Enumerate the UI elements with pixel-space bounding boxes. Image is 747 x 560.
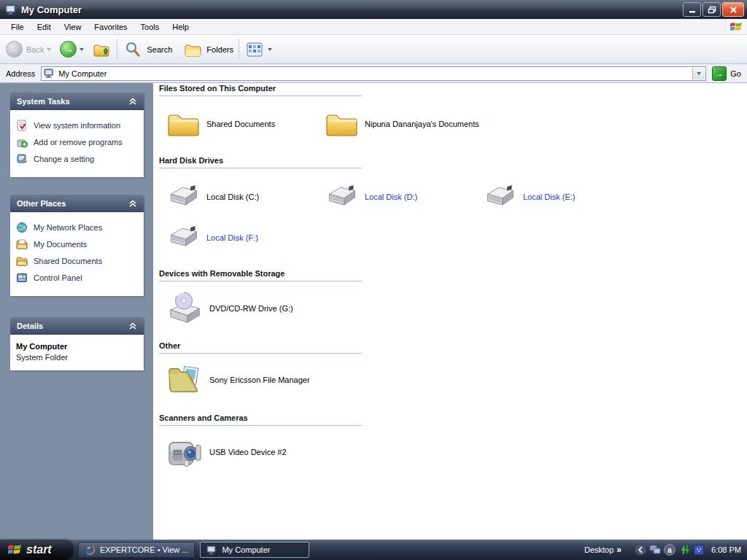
up-button[interactable] <box>93 41 110 58</box>
add-remove-programs-icon <box>16 136 28 148</box>
taskbar-task-my-computer[interactable]: My Computer <box>200 542 309 558</box>
link-my-network-places[interactable]: My Network Places <box>16 222 139 233</box>
item-nipuna-documents[interactable]: Nipuna Dananjaya's Documents <box>325 108 507 140</box>
link-shared-documents[interactable]: Shared Documents <box>16 255 139 267</box>
section-removable-storage: Devices with Removable Storage <box>159 269 362 281</box>
task-pane-sidebar: System Tasks View system information Add… <box>0 83 153 540</box>
go-arrow-icon: → <box>712 66 727 81</box>
address-dropdown-button[interactable] <box>692 68 705 79</box>
address-label: Address <box>0 69 41 78</box>
cd-drive-icon <box>166 290 203 327</box>
menu-favorites[interactable]: Favorites <box>88 20 133 34</box>
details-panel: Details My Computer System Folder <box>10 317 144 370</box>
shared-documents-icon <box>16 255 28 267</box>
desktop-screen: My Computer File Edit View Favorites Too… <box>0 0 747 560</box>
hard-disk-icon <box>325 182 358 211</box>
folder-content-area: Files Stored on This Computer Shared Doc… <box>153 83 747 540</box>
item-local-disk-f[interactable]: Local Disk (F:) <box>166 223 323 252</box>
folder-icon <box>166 108 200 140</box>
menu-file[interactable]: File <box>4 20 31 34</box>
collapse-chevron-icon[interactable] <box>128 98 137 105</box>
item-local-disk-c[interactable]: Local Disk (C:) <box>166 182 323 211</box>
folder-icon <box>325 108 358 140</box>
menu-bar: File Edit View Favorites Tools Help <box>0 19 747 35</box>
hard-disk-icon <box>166 182 200 211</box>
search-icon <box>124 41 142 58</box>
back-arrow-icon: ← <box>9 44 19 54</box>
my-computer-icon <box>206 545 217 556</box>
window-title: My Computer <box>21 4 681 15</box>
my-documents-icon <box>16 238 28 250</box>
network-places-icon <box>16 222 28 233</box>
back-button[interactable]: ← Back <box>6 41 51 58</box>
address-bar: Address My Computer → Go <box>0 64 747 83</box>
menu-edit[interactable]: Edit <box>31 20 58 34</box>
windows-logo-icon <box>725 20 746 34</box>
close-button[interactable] <box>722 2 744 17</box>
back-label: Back <box>26 45 44 54</box>
item-usb-video-device[interactable]: USB Video Device #2 <box>166 434 323 470</box>
toolbar-separator <box>117 39 117 61</box>
menu-view[interactable]: View <box>58 20 88 34</box>
collapse-chevron-icon[interactable] <box>128 200 137 207</box>
folders-label: Folders <box>206 45 233 54</box>
section-files-stored: Files Stored on This Computer <box>159 84 362 96</box>
views-button[interactable] <box>244 41 272 58</box>
item-local-disk-e[interactable]: Local Disk (E:) <box>483 182 640 211</box>
menu-tools[interactable]: Tools <box>134 20 166 34</box>
other-places-panel: Other Places My Network Places My Docume… <box>10 195 144 296</box>
messenger-tray-icon[interactable] <box>693 544 705 556</box>
hide-tray-icons-button[interactable] <box>635 544 646 556</box>
start-button[interactable]: start <box>0 540 73 560</box>
forward-button[interactable]: → <box>60 41 84 58</box>
search-button[interactable]: Search <box>123 41 172 58</box>
details-item-name: My Computer <box>16 342 138 351</box>
taskbar-clock[interactable]: 6:08 PM <box>711 545 741 554</box>
phone-folder-icon <box>166 362 203 398</box>
item-shared-documents[interactable]: Shared Documents <box>166 108 323 140</box>
system-tasks-panel: System Tasks View system information Add… <box>10 93 144 177</box>
back-dropdown-icon[interactable] <box>47 48 51 51</box>
control-panel-icon <box>16 272 28 284</box>
desktop-toolbar-label[interactable]: Desktop <box>584 545 614 554</box>
views-icon <box>246 41 263 58</box>
views-dropdown-icon[interactable] <box>268 48 272 51</box>
restore-button[interactable] <box>703 2 721 17</box>
start-label: start <box>26 543 52 556</box>
folders-icon <box>184 41 201 58</box>
camcorder-icon <box>166 434 203 470</box>
item-local-disk-d[interactable]: Local Disk (D:) <box>325 182 481 211</box>
other-places-header[interactable]: Other Places <box>10 195 144 212</box>
address-value: My Computer <box>58 69 107 78</box>
item-dvd-cdrw-drive-g[interactable]: DVD/CD-RW Drive (G:) <box>166 290 323 327</box>
go-button[interactable]: → Go <box>712 66 741 81</box>
section-scanners-cameras: Scanners and Cameras <box>159 413 362 426</box>
taskbar-task-expertcore[interactable]: EXPERTCORE • View ... <box>78 542 195 558</box>
taskbar: start EXPERTCORE • View ... My Computer … <box>0 540 747 560</box>
task-view-system-information[interactable]: View system information <box>16 120 139 131</box>
window-body: System Tasks View system information Add… <box>0 83 747 540</box>
network-tray-icon[interactable] <box>649 544 661 556</box>
windows-flag-icon <box>7 543 22 556</box>
task-change-a-setting[interactable]: Change a setting <box>16 153 139 165</box>
item-sony-ericsson-file-manager[interactable]: Sony Ericsson File Manager <box>166 362 323 398</box>
menu-help[interactable]: Help <box>166 20 196 34</box>
title-bar[interactable]: My Computer <box>0 0 747 19</box>
toolbar-overflow-chevron[interactable]: » <box>616 545 622 555</box>
link-control-panel[interactable]: Control Panel <box>16 272 139 284</box>
folders-button[interactable]: Folders <box>182 41 233 58</box>
collapse-chevron-icon[interactable] <box>128 322 137 330</box>
details-header[interactable]: Details <box>10 317 144 335</box>
address-input[interactable]: My Computer <box>41 66 706 81</box>
link-my-documents[interactable]: My Documents <box>16 238 139 250</box>
system-tasks-header[interactable]: System Tasks <box>10 93 144 110</box>
antivirus-tray-icon[interactable]: a <box>664 544 676 556</box>
network-activity-tray-icon[interactable] <box>678 544 690 556</box>
system-tray: Desktop » a 6:08 PM <box>584 540 747 560</box>
task-add-remove-programs[interactable]: Add or remove programs <box>16 136 139 148</box>
forward-dropdown-icon[interactable] <box>80 48 84 51</box>
change-setting-icon <box>16 153 28 165</box>
minimize-button[interactable] <box>683 2 701 17</box>
details-item-type: System Folder <box>16 353 138 362</box>
hard-disk-icon <box>166 223 200 252</box>
